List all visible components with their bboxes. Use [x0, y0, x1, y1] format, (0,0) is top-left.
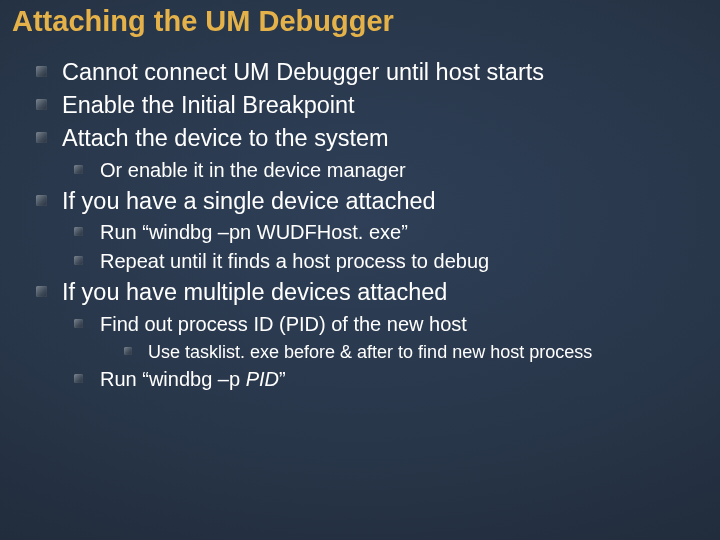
list-item: If you have a single device attached Run… — [36, 186, 710, 276]
list-item-text: Find out process ID (PID) of the new hos… — [100, 313, 467, 335]
slide-content: Cannot connect UM Debugger until host st… — [0, 38, 720, 393]
list-item-text: If you have a single device attached — [62, 188, 436, 214]
list-item: Cannot connect UM Debugger until host st… — [36, 57, 710, 89]
list-item-text: Use tasklist. exe before & after to find… — [148, 342, 592, 362]
bullet-icon — [36, 195, 47, 206]
slide-title: Attaching the UM Debugger — [0, 0, 720, 38]
list-item-text: Repeat until it finds a host process to … — [100, 250, 489, 272]
bullet-icon — [74, 165, 83, 174]
bullet-list-l2: Run “windbg –pn WUDFHost. exe” Repeat un… — [62, 219, 710, 275]
list-item-text: Run “windbg –p PID” — [100, 368, 286, 390]
list-item-text: If you have multiple devices attached — [62, 279, 447, 305]
bullet-list-l2: Or enable it in the device manager — [62, 157, 710, 184]
list-item: Or enable it in the device manager — [74, 157, 710, 184]
list-item-text: Or enable it in the device manager — [100, 159, 406, 181]
list-item-text: Run “windbg –pn WUDFHost. exe” — [100, 221, 408, 243]
list-item: If you have multiple devices attached Fi… — [36, 277, 710, 393]
text-run: Run “windbg –p — [100, 368, 246, 390]
bullet-list-l3: Use tasklist. exe before & after to find… — [100, 340, 710, 364]
slide: Attaching the UM Debugger Cannot connect… — [0, 0, 720, 540]
list-item: Repeat until it finds a host process to … — [74, 248, 710, 275]
text-run-italic: PID — [246, 368, 279, 390]
list-item-text: Cannot connect UM Debugger until host st… — [62, 59, 544, 85]
list-item: Use tasklist. exe before & after to find… — [124, 340, 710, 364]
bullet-icon — [36, 132, 47, 143]
list-item: Attach the device to the system Or enabl… — [36, 123, 710, 184]
list-item: Run “windbg –pn WUDFHost. exe” — [74, 219, 710, 246]
bullet-icon — [74, 374, 83, 383]
bullet-icon — [36, 66, 47, 77]
list-item: Find out process ID (PID) of the new hos… — [74, 311, 710, 364]
list-item-text: Enable the Initial Breakpoint — [62, 92, 355, 118]
bullet-icon — [124, 347, 132, 355]
bullet-list-l2: Find out process ID (PID) of the new hos… — [62, 311, 710, 393]
bullet-icon — [74, 319, 83, 328]
bullet-icon — [74, 227, 83, 236]
bullet-icon — [74, 256, 83, 265]
list-item: Enable the Initial Breakpoint — [36, 90, 710, 122]
list-item: Run “windbg –p PID” — [74, 366, 710, 393]
bullet-icon — [36, 99, 47, 110]
bullet-icon — [36, 286, 47, 297]
list-item-text: Attach the device to the system — [62, 125, 389, 151]
bullet-list-l1: Cannot connect UM Debugger until host st… — [36, 57, 710, 393]
text-run: ” — [279, 368, 286, 390]
